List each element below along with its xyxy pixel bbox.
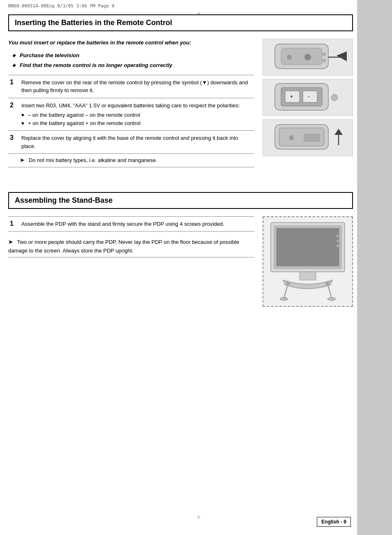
step-row-1: 1 Remove the cover on the rear of the re… <box>8 75 254 98</box>
svg-line-34 <box>284 286 287 299</box>
note-row-batteries: ➤ Do not mix battery types, i.e. alkalin… <box>8 154 254 167</box>
pdp-svg <box>267 218 349 305</box>
remote-image-1 <box>263 39 353 76</box>
standbase-section: Assembling the Stand-Base 1 Assemble the… <box>8 192 353 307</box>
svg-rect-23 <box>277 228 339 266</box>
step-num-3: 3 <box>8 131 20 154</box>
batteries-images: + - <box>263 39 353 167</box>
svg-point-4 <box>287 55 292 60</box>
page-wrapper: BN68-00951A-00Eng 8/3/05 3:06 PM Page 9 … <box>0 0 392 535</box>
svg-point-37 <box>327 297 336 301</box>
batteries-section: Inserting the Batteries in the Remote Co… <box>8 14 353 167</box>
svg-rect-27 <box>300 272 316 280</box>
batteries-text-col: You must insert or replace the batteries… <box>8 39 254 167</box>
svg-text:-: - <box>308 94 309 100</box>
crosshair-bottom <box>196 515 204 523</box>
step-content-3: Replace the cover by aligning it with th… <box>20 131 254 154</box>
steps-table: 1 Remove the cover on the rear of the re… <box>8 75 254 167</box>
step-num-2: 2 <box>8 98 20 131</box>
right-sidebar <box>357 0 392 535</box>
standbase-note-arrow-icon: ➤ <box>8 239 13 245</box>
svg-point-6 <box>323 53 326 56</box>
svg-rect-20 <box>304 134 320 142</box>
standbase-title: Assembling the Stand-Base <box>15 196 113 204</box>
batteries-title: Inserting the Batteries in the Remote Co… <box>15 19 172 27</box>
when-list: Purchase the television Find that the re… <box>12 52 254 69</box>
batteries-content: You must insert or replace the batteries… <box>8 39 353 167</box>
remote-svg-2: + - <box>267 80 349 115</box>
standbase-content: 1 Assemble the PDP with the stand and fi… <box>8 216 353 307</box>
svg-point-19 <box>289 135 294 140</box>
standbase-step-num-1: 1 <box>8 216 20 232</box>
page-footer: English - 9 <box>317 517 351 527</box>
standbase-step-row-1: 1 Assemble the PDP with the stand and fi… <box>8 216 254 232</box>
note-cell-batteries: ➤ Do not mix battery types, i.e. alkalin… <box>8 154 254 167</box>
svg-rect-11 <box>303 91 317 102</box>
svg-rect-25 <box>337 240 340 242</box>
step-num-1: 1 <box>8 75 20 98</box>
svg-point-5 <box>304 54 311 60</box>
file-header: BN68-00951A-00Eng 8/3/05 3:06 PM Page 9 <box>0 0 392 10</box>
svg-line-35 <box>328 286 332 299</box>
polarity-minus: – on the battery against – on the remote… <box>21 111 253 119</box>
remote-svg-3 <box>267 120 349 155</box>
svg-text:+: + <box>290 94 293 100</box>
footer-text: English - 9 <box>321 519 346 525</box>
step-row-2: 2 Insert two R03, UM4, "AAA" 1.5V or equ… <box>8 98 254 131</box>
note-arrow-icon: ➤ <box>20 157 25 163</box>
svg-rect-24 <box>337 235 340 237</box>
pdp-image-box <box>263 216 353 307</box>
standbase-title-box: Assembling the Stand-Base <box>8 192 353 209</box>
bullet-purchase: Purchase the television <box>12 52 254 59</box>
svg-rect-26 <box>337 245 340 247</box>
svg-marker-2 <box>337 51 347 61</box>
standbase-step-content-1: Assemble the PDP with the stand and firm… <box>20 216 254 232</box>
main-content: Inserting the Batteries in the Remote Co… <box>8 10 353 307</box>
polarity-list: – on the battery against – on the remote… <box>21 111 253 127</box>
standbase-text-col: 1 Assemble the PDP with the stand and fi… <box>8 216 254 307</box>
intro-text: You must insert or replace the batteries… <box>8 39 254 47</box>
remote-image-3 <box>263 119 353 156</box>
remote-image-2: + - <box>263 79 353 116</box>
standbase-steps-table: 1 Assemble the PDP with the stand and fi… <box>8 216 254 232</box>
svg-point-36 <box>280 297 288 301</box>
file-header-text: BN68-00951A-00Eng 8/3/05 3:06 PM Page 9 <box>8 3 114 9</box>
svg-point-14 <box>331 94 338 101</box>
standbase-note: ➤ Two or more people should carry the PD… <box>8 232 254 257</box>
svg-point-7 <box>323 59 326 62</box>
step-content-1: Remove the cover on the rear of the remo… <box>20 75 254 98</box>
bullet-nolonger: Find that the remote control is no longe… <box>12 62 254 69</box>
spacer-1 <box>8 171 353 184</box>
standbase-image-col <box>263 216 353 307</box>
remote-svg-1 <box>267 40 349 75</box>
batteries-title-box: Inserting the Batteries in the Remote Co… <box>8 14 353 31</box>
svg-marker-17 <box>334 129 343 135</box>
step-row-3: 3 Replace the cover by aligning it with … <box>8 131 254 154</box>
step-content-2: Insert two R03, UM4, "AAA" 1.5V or equiv… <box>20 98 254 131</box>
polarity-plus: + on the battery against + on the remote… <box>21 119 253 127</box>
